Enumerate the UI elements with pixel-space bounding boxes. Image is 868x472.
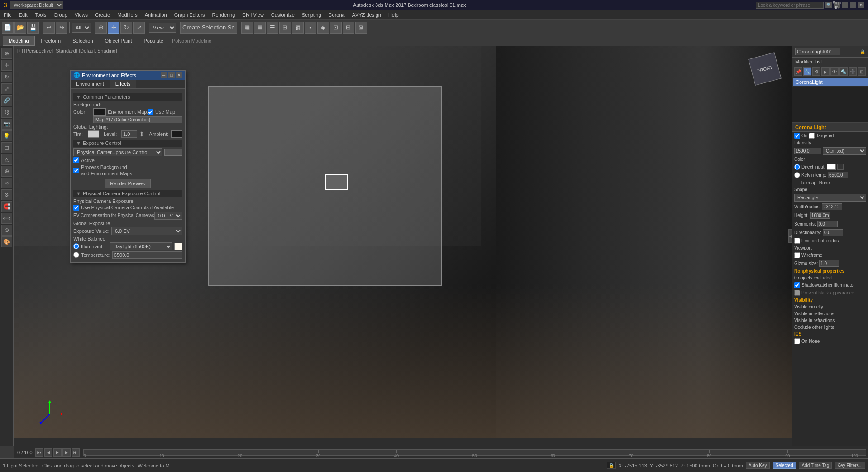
render-preview-btn[interactable]: Render Preview xyxy=(105,179,150,188)
sidebar-unlink[interactable]: ⛓ xyxy=(1,107,12,118)
redo-btn[interactable]: ↪ xyxy=(56,22,67,34)
mod-icon-hierarchy[interactable]: ⚙ xyxy=(812,67,820,76)
tab-selection[interactable]: Selection xyxy=(67,36,99,46)
prevent-black-checkbox[interactable] xyxy=(794,290,800,296)
ies-on-checkbox[interactable] xyxy=(794,338,800,344)
menu-views[interactable]: Views xyxy=(71,11,91,19)
sidebar-systems[interactable]: ⚙ xyxy=(1,189,12,200)
mod-icon-motion[interactable]: ▶ xyxy=(821,67,830,76)
tab-populate[interactable]: Populate xyxy=(138,36,169,46)
tb-btn-1[interactable]: ▦ xyxy=(241,22,253,34)
shadowcatcher-checkbox[interactable] xyxy=(794,282,800,288)
key-filters-btn[interactable]: Key Filters... xyxy=(835,462,865,469)
minimize-btn[interactable]: ─ xyxy=(842,2,848,8)
daylight-select[interactable]: Daylight (6500K) xyxy=(110,242,172,250)
play-btn[interactable]: ▶ xyxy=(53,448,62,457)
mod-icon-extra2[interactable]: ⊞ xyxy=(858,67,866,76)
dialog-tab-environment[interactable]: Environment xyxy=(71,80,110,88)
scale-btn[interactable]: ⤢ xyxy=(133,22,145,34)
segments-input[interactable] xyxy=(817,221,838,227)
sidebar-select[interactable]: ⊕ xyxy=(1,48,12,59)
move-btn[interactable]: ✛ xyxy=(108,22,119,34)
sidebar-mirror[interactable]: ⟺ xyxy=(1,213,12,224)
tb-btn-4[interactable]: ⊞ xyxy=(279,22,291,34)
save-btn[interactable]: 💾 xyxy=(27,22,39,34)
tb-btn-3[interactable]: ☰ xyxy=(267,22,278,34)
kelvin-radio[interactable] xyxy=(794,172,800,178)
exposure-header[interactable]: ▼ Exposure Control xyxy=(73,140,182,147)
add-time-tag-btn[interactable]: Add Time Tag xyxy=(799,462,832,469)
tb-btn-10[interactable]: ⊠ xyxy=(355,22,367,34)
tb-btn-6[interactable]: ▪ xyxy=(305,22,316,34)
sidebar-light[interactable]: 💡 xyxy=(1,130,12,141)
exposure-preview[interactable] xyxy=(164,149,182,156)
menu-edit[interactable]: Edit xyxy=(15,11,31,19)
dialog-maximize-btn[interactable]: □ xyxy=(168,72,175,78)
tb-btn-9[interactable]: ⊟ xyxy=(343,22,354,34)
ambient-swatch[interactable] xyxy=(171,130,182,138)
view-dropdown[interactable]: View xyxy=(149,23,176,33)
kelvin-input[interactable] xyxy=(828,172,848,178)
sidebar-space-warp[interactable]: ≋ xyxy=(1,178,12,188)
mod-icon-display[interactable]: 👁 xyxy=(830,67,839,76)
menu-file[interactable]: File xyxy=(0,11,15,19)
tab-object-paint[interactable]: Object Paint xyxy=(99,36,138,46)
modifier-coronalight[interactable]: CoronaLight xyxy=(793,78,868,86)
search-btn[interactable]: 🔍 xyxy=(825,2,832,8)
auto-key-btn[interactable]: Auto Key xyxy=(746,462,770,469)
direct-input-radio[interactable] xyxy=(794,164,800,170)
tb-btn-2[interactable]: ▤ xyxy=(254,22,266,34)
rotate-btn[interactable]: ↻ xyxy=(120,22,132,34)
undo-btn[interactable]: ↩ xyxy=(43,22,55,34)
map-name-label[interactable]: Map #17 (Color Correction) xyxy=(93,116,182,123)
maximize-btn[interactable]: □ xyxy=(850,2,856,8)
new-btn[interactable]: 📄 xyxy=(2,22,14,34)
workspace-dropdown[interactable]: Workspace: Default xyxy=(10,1,63,9)
temperature-radio[interactable] xyxy=(73,252,79,258)
common-params-header[interactable]: ▼ Common Parameters xyxy=(73,93,182,101)
open-btn[interactable]: 📂 xyxy=(14,22,26,34)
physical-camera-header[interactable]: ▼ Physical Camera Exposure Control xyxy=(73,190,182,197)
directionality-input[interactable] xyxy=(823,229,843,236)
sidebar-scale[interactable]: ⤢ xyxy=(1,83,12,94)
menu-tools[interactable]: Tools xyxy=(31,11,50,19)
shape-type-select[interactable]: Rectangle xyxy=(794,194,866,202)
sidebar-material[interactable]: 🎨 xyxy=(1,236,12,247)
tb-btn-5[interactable]: ▩ xyxy=(292,22,304,34)
tint-swatch[interactable] xyxy=(88,130,99,138)
mod-icon-utilities[interactable]: 🔩 xyxy=(839,67,848,76)
sidebar-rotate[interactable]: ↻ xyxy=(1,72,12,82)
exposure-type-select[interactable]: Physical Camer...posure Control xyxy=(73,148,162,156)
last-frame-btn[interactable]: ⏭ xyxy=(72,448,80,457)
sidebar-geo[interactable]: ◻ xyxy=(1,142,12,153)
illuminant-radio[interactable] xyxy=(73,243,79,249)
menu-customize[interactable]: Customize xyxy=(267,11,298,19)
exposure-value-select[interactable]: 6.0 EV xyxy=(111,227,182,235)
wireframe-checkbox[interactable] xyxy=(794,252,800,258)
color-swatch[interactable] xyxy=(827,164,836,170)
use-physical-checkbox[interactable] xyxy=(73,205,79,211)
menu-group[interactable]: Group xyxy=(50,11,71,19)
active-checkbox[interactable] xyxy=(73,157,79,163)
temperature-input[interactable] xyxy=(112,251,182,259)
sidebar-camera[interactable]: 📷 xyxy=(1,119,12,130)
sidebar-move[interactable]: ✛ xyxy=(1,60,12,71)
intensity-input[interactable] xyxy=(794,148,821,154)
height-input[interactable] xyxy=(810,212,830,219)
mod-icon-modify[interactable]: 🔧 xyxy=(803,67,811,76)
menu-axyz[interactable]: AXYZ design xyxy=(348,11,385,19)
create-selection-btn[interactable]: Create Selection Se xyxy=(180,22,237,34)
timeline-bar[interactable]: 0 10 20 30 40 50 60 70 80 90 100 xyxy=(83,449,866,456)
all-dropdown[interactable]: All xyxy=(72,23,91,33)
menu-help[interactable]: Help xyxy=(385,11,402,19)
dialog-minimize-btn[interactable]: ─ xyxy=(161,72,167,78)
dialog-close-btn[interactable]: ✕ xyxy=(176,72,182,78)
menu-animation[interactable]: Animation xyxy=(141,11,171,19)
targeted-checkbox[interactable] xyxy=(809,133,815,139)
tb-btn-7[interactable]: ◈ xyxy=(317,22,329,34)
sidebar-shape[interactable]: △ xyxy=(1,154,12,165)
dialog-tab-effects[interactable]: Effects xyxy=(110,80,136,88)
mod-icon-pin[interactable]: 📌 xyxy=(794,67,802,76)
menu-rendering[interactable]: Rendering xyxy=(209,11,239,19)
level-input[interactable] xyxy=(121,130,137,138)
